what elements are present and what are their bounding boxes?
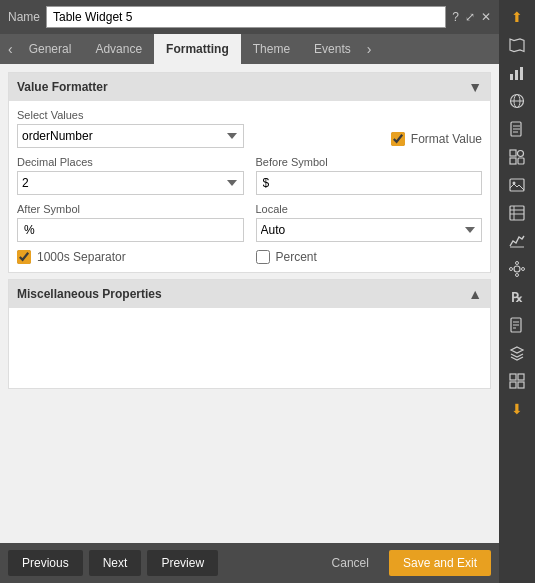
move-icon[interactable]: ⤢ — [465, 10, 475, 24]
value-formatter-toggle[interactable]: ▼ — [468, 79, 482, 95]
sidebar-upload-icon[interactable]: ⬆ — [503, 4, 531, 30]
name-label: Name — [8, 10, 40, 24]
svg-point-21 — [510, 268, 513, 271]
row-select-format: Select Values orderNumber quantity price… — [17, 109, 482, 148]
select-values-group: Select Values orderNumber quantity price — [17, 109, 244, 148]
svg-point-8 — [518, 151, 524, 157]
before-symbol-group: Before Symbol — [256, 156, 483, 195]
sidebar-chart-bar-icon[interactable] — [503, 60, 531, 86]
right-sidebar: ⬆ ℞ — [499, 0, 535, 583]
cancel-button[interactable]: Cancel — [318, 556, 383, 570]
sidebar-download-icon[interactable]: ⬇ — [503, 396, 531, 422]
sidebar-rx-icon[interactable]: ℞ — [503, 284, 531, 310]
tab-general[interactable]: General — [17, 34, 84, 64]
svg-rect-13 — [510, 206, 524, 220]
row-after-locale: After Symbol Locale Auto en-US en-GB fr-… — [17, 203, 482, 242]
miscellaneous-toggle[interactable]: ▲ — [468, 286, 482, 302]
after-symbol-input[interactable] — [17, 218, 244, 242]
header-icons: ? ⤢ ✕ — [452, 10, 491, 24]
svg-rect-2 — [520, 67, 523, 80]
thousands-separator-label: 1000s Separator — [37, 250, 126, 264]
thousands-separator-group: 1000s Separator — [17, 250, 244, 264]
panel: Value Formatter ▼ Select Values orderNum… — [0, 64, 499, 543]
svg-rect-9 — [510, 158, 516, 164]
sidebar-report-icon[interactable] — [503, 312, 531, 338]
svg-rect-7 — [510, 150, 516, 156]
sidebar-layers-icon[interactable] — [503, 340, 531, 366]
header: Name ? ⤢ ✕ — [0, 0, 499, 34]
decimal-places-label: Decimal Places — [17, 156, 244, 168]
select-values-select[interactable]: orderNumber quantity price — [17, 124, 244, 148]
svg-point-20 — [516, 274, 519, 277]
footer: Previous Next Preview Cancel Save and Ex… — [0, 543, 499, 583]
sidebar-image-icon[interactable] — [503, 172, 531, 198]
value-formatter-title: Value Formatter — [17, 80, 108, 94]
next-button[interactable]: Next — [89, 550, 142, 576]
before-symbol-input[interactable] — [256, 171, 483, 195]
tab-advance[interactable]: Advance — [83, 34, 154, 64]
miscellaneous-header[interactable]: Miscellaneous Properties ▲ — [9, 280, 490, 308]
sidebar-component-icon[interactable] — [503, 256, 531, 282]
svg-point-18 — [514, 266, 520, 272]
svg-marker-27 — [511, 347, 523, 353]
percent-checkbox[interactable] — [256, 250, 270, 264]
tab-right-arrow[interactable]: › — [363, 41, 376, 57]
format-value-group: Format Value — [256, 109, 483, 148]
help-icon[interactable]: ? — [452, 10, 459, 24]
preview-button[interactable]: Preview — [147, 550, 218, 576]
close-icon[interactable]: ✕ — [481, 10, 491, 24]
value-formatter-header[interactable]: Value Formatter ▼ — [9, 73, 490, 101]
sidebar-table-icon[interactable] — [503, 200, 531, 226]
before-symbol-label: Before Symbol — [256, 156, 483, 168]
percent-group: Percent — [256, 250, 483, 264]
previous-button[interactable]: Previous — [8, 550, 83, 576]
tabs-bar: ‹ General Advance Formatting Theme Event… — [0, 34, 499, 64]
sidebar-shape-icon[interactable] — [503, 144, 531, 170]
svg-rect-29 — [518, 374, 524, 380]
widget-name-input[interactable] — [46, 6, 446, 28]
after-symbol-label: After Symbol — [17, 203, 244, 215]
sidebar-map-icon[interactable] — [503, 32, 531, 58]
format-value-label: Format Value — [411, 132, 482, 146]
decimal-places-group: Decimal Places 0 1 2 3 4 — [17, 156, 244, 195]
svg-rect-0 — [510, 74, 513, 80]
sidebar-document-icon[interactable] — [503, 116, 531, 142]
row-decimal-before: Decimal Places 0 1 2 3 4 Before Symbol — [17, 156, 482, 195]
miscellaneous-section: Miscellaneous Properties ▲ — [8, 279, 491, 389]
format-value-checkbox[interactable] — [391, 132, 405, 146]
svg-rect-31 — [518, 382, 524, 388]
tab-formatting[interactable]: Formatting — [154, 34, 241, 64]
select-values-label: Select Values — [17, 109, 244, 121]
tab-left-arrow[interactable]: ‹ — [4, 41, 17, 57]
after-symbol-group: After Symbol — [17, 203, 244, 242]
value-formatter-body: Select Values orderNumber quantity price… — [9, 101, 490, 272]
svg-rect-11 — [510, 179, 524, 191]
svg-rect-1 — [515, 70, 518, 80]
svg-point-22 — [522, 268, 525, 271]
locale-label: Locale — [256, 203, 483, 215]
svg-rect-10 — [518, 158, 524, 164]
miscellaneous-body — [9, 308, 490, 388]
svg-rect-30 — [510, 382, 516, 388]
sidebar-linechart-icon[interactable] — [503, 228, 531, 254]
thousands-separator-row: 1000s Separator — [17, 250, 244, 264]
locale-select[interactable]: Auto en-US en-GB fr-FR — [256, 218, 483, 242]
locale-group: Locale Auto en-US en-GB fr-FR — [256, 203, 483, 242]
tab-events[interactable]: Events — [302, 34, 363, 64]
decimal-places-select[interactable]: 0 1 2 3 4 — [17, 171, 244, 195]
save-exit-button[interactable]: Save and Exit — [389, 550, 491, 576]
svg-rect-28 — [510, 374, 516, 380]
miscellaneous-title: Miscellaneous Properties — [17, 287, 162, 301]
percent-row: Percent — [256, 250, 483, 264]
sidebar-globe-icon[interactable] — [503, 88, 531, 114]
sidebar-grid-icon[interactable] — [503, 368, 531, 394]
row-separator-percent: 1000s Separator Percent — [17, 250, 482, 264]
thousands-separator-checkbox[interactable] — [17, 250, 31, 264]
percent-label: Percent — [276, 250, 317, 264]
svg-point-19 — [516, 262, 519, 265]
value-formatter-section: Value Formatter ▼ Select Values orderNum… — [8, 72, 491, 273]
tab-theme[interactable]: Theme — [241, 34, 302, 64]
